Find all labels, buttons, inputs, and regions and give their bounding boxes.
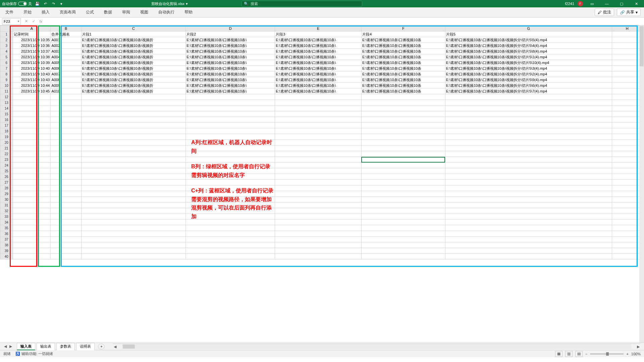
- cell-E33[interactable]: [275, 214, 362, 220]
- cell-A3[interactable]: 2023/11/29 10:36: [13, 43, 51, 49]
- cell-D4[interactable]: E:\素材\口播视频10条\口播视频10条\: [186, 49, 275, 54]
- cell-F25[interactable]: [361, 168, 445, 174]
- row-header[interactable]: 15: [0, 111, 13, 117]
- cell-A2[interactable]: 2023/11/29 10:35: [13, 37, 51, 43]
- cell-E38[interactable]: [275, 242, 362, 248]
- cell-G27[interactable]: [445, 180, 612, 185]
- save-icon[interactable]: 💾: [35, 1, 40, 6]
- cell-F34[interactable]: [361, 220, 445, 225]
- cell-H16[interactable]: [612, 117, 642, 123]
- cell-G26[interactable]: [445, 174, 612, 180]
- cell-A18[interactable]: [13, 128, 51, 134]
- cell-H40[interactable]: [612, 254, 642, 259]
- sheet-nav-next-icon[interactable]: ▶: [9, 344, 13, 349]
- cell-E29[interactable]: [275, 191, 362, 197]
- cell-F30[interactable]: [361, 197, 445, 202]
- cell-G21[interactable]: [445, 145, 612, 151]
- cell-F21[interactable]: [361, 145, 445, 151]
- minimize-icon[interactable]: —: [601, 0, 612, 7]
- page-break-view-icon[interactable]: ▤: [575, 351, 583, 357]
- ribbon-tab-5[interactable]: 数据: [102, 8, 114, 16]
- cell-A15[interactable]: [13, 111, 51, 117]
- cell-B20[interactable]: [51, 140, 81, 145]
- cell-E10[interactable]: E:\素材\口播视频10条\口播视频10条\: [275, 83, 362, 88]
- cell-D14[interactable]: [186, 106, 275, 111]
- cell-A28[interactable]: [13, 185, 51, 191]
- cell-A12[interactable]: [13, 94, 51, 100]
- cell-F11[interactable]: E:\素材\口播视频10条\口播视频10条: [361, 88, 445, 94]
- cell-E4[interactable]: E:\素材\口播视频10条\口播视频10条\: [275, 49, 362, 54]
- cell-A9[interactable]: 2023/11/29 10:43: [13, 77, 51, 83]
- cell-E32[interactable]: [275, 208, 362, 214]
- row-header[interactable]: 28: [0, 185, 13, 191]
- cell-E9[interactable]: E:\素材\口播视频10条\口播视频10条\: [275, 77, 362, 83]
- cell-G18[interactable]: [445, 128, 612, 134]
- col-header-D[interactable]: D: [186, 26, 275, 32]
- autosave-toggle[interactable]: 自动保存 关: [2, 1, 32, 6]
- cell-B30[interactable]: [51, 197, 81, 202]
- cell-G1[interactable]: 片段5: [445, 32, 612, 37]
- page-layout-view-icon[interactable]: ▥: [565, 351, 573, 357]
- cell-A30[interactable]: [13, 197, 51, 202]
- ribbon-tab-2[interactable]: 插入: [40, 8, 52, 16]
- cell-G3[interactable]: E:\素材\口播视频10条\口播视频10条\视频拆分\切片5\4(4).mp4: [445, 43, 612, 49]
- cell-D2[interactable]: E:\素材\口播视频10条\口播视频10条\: [186, 37, 275, 43]
- row-header[interactable]: 9: [0, 77, 13, 83]
- cell-G2[interactable]: E:\素材\口播视频10条\口播视频10条\视频拆分\切片5\5(4).mp4: [445, 37, 612, 43]
- row-header[interactable]: 33: [0, 214, 13, 220]
- cell-B2[interactable]: A001: [51, 37, 81, 43]
- cell-C40[interactable]: [81, 254, 186, 259]
- row-header[interactable]: 4: [0, 49, 13, 54]
- row-header[interactable]: 3: [0, 43, 13, 49]
- row-header[interactable]: 17: [0, 123, 13, 128]
- cell-E6[interactable]: E:\素材\口播视频10条\口播视频10条\: [275, 60, 362, 66]
- comments-button[interactable]: 🖊批注: [595, 8, 614, 16]
- cell-C18[interactable]: [81, 128, 186, 134]
- cell-F2[interactable]: E:\素材\口播视频10条\口播视频10条: [361, 37, 445, 43]
- cell-C14[interactable]: [81, 106, 186, 111]
- chevron-down-icon[interactable]: ▾: [18, 20, 19, 23]
- cell-H8[interactable]: [612, 71, 642, 77]
- cell-F3[interactable]: E:\素材\口播视频10条\口播视频10条: [361, 43, 445, 49]
- cell-A27[interactable]: [13, 180, 51, 185]
- cell-H27[interactable]: [612, 180, 642, 185]
- cell-H25[interactable]: [612, 168, 642, 174]
- cell-G4[interactable]: E:\素材\口播视频10条\口播视频10条\视频拆分\切片5\8(4).mp4: [445, 49, 612, 54]
- row-header[interactable]: 19: [0, 134, 13, 140]
- name-box[interactable]: F23 ▾: [2, 18, 21, 25]
- cell-E18[interactable]: [275, 128, 362, 134]
- select-all-corner[interactable]: [0, 26, 13, 32]
- sheet-tab-2[interactable]: 参数表: [56, 343, 75, 350]
- cell-F17[interactable]: [361, 123, 445, 128]
- cell-F1[interactable]: 片段4: [361, 32, 445, 37]
- row-header[interactable]: 1: [0, 32, 13, 37]
- cell-C17[interactable]: [81, 123, 186, 128]
- row-header[interactable]: 32: [0, 208, 13, 214]
- ribbon-tab-1[interactable]: 开始: [21, 8, 34, 16]
- cell-D30[interactable]: [186, 197, 275, 202]
- cell-C22[interactable]: [81, 151, 186, 157]
- cell-C29[interactable]: [81, 191, 186, 197]
- sheet-nav-prev-icon[interactable]: ◀: [3, 344, 7, 349]
- cell-D23[interactable]: [186, 157, 275, 163]
- cell-C26[interactable]: [81, 174, 186, 180]
- cell-G6[interactable]: E:\素材\口播视频10条\口播视频10条\视频拆分\切片5\10(4).mp4: [445, 60, 612, 66]
- cell-B15[interactable]: [51, 111, 81, 117]
- cell-F14[interactable]: [361, 106, 445, 111]
- cell-F33[interactable]: [361, 214, 445, 220]
- cell-E12[interactable]: [275, 94, 362, 100]
- share-button[interactable]: 🔗共享▾: [617, 8, 641, 16]
- cell-F35[interactable]: [361, 225, 445, 231]
- cell-B36[interactable]: [51, 231, 81, 237]
- cell-F38[interactable]: [361, 242, 445, 248]
- row-header[interactable]: 35: [0, 225, 13, 231]
- cell-A26[interactable]: [13, 174, 51, 180]
- cell-A6[interactable]: 2023/11/29 10:39: [13, 60, 51, 66]
- cell-E30[interactable]: [275, 197, 362, 202]
- cell-D21[interactable]: [186, 145, 275, 151]
- cell-H20[interactable]: [612, 140, 642, 145]
- cell-H6[interactable]: [612, 60, 642, 66]
- cell-D32[interactable]: [186, 208, 275, 214]
- row-header[interactable]: 10: [0, 83, 13, 88]
- cell-F36[interactable]: [361, 231, 445, 237]
